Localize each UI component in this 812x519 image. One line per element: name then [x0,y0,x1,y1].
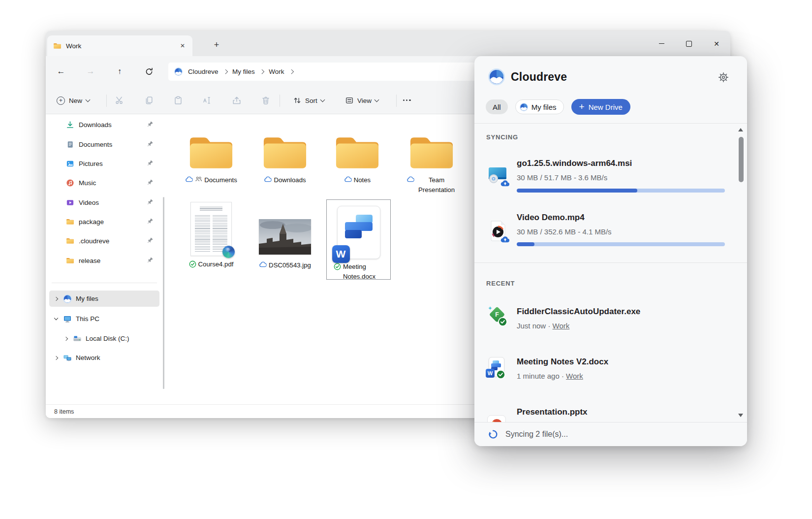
breadcrumb: Cloudreve My files Work [168,63,487,81]
minimize-button[interactable] [648,31,675,56]
minimize-icon [659,43,664,44]
item-count: 8 items [54,408,74,415]
folder-item-downloads[interactable]: Downloads [253,132,317,185]
filter-all-chip[interactable]: All [486,99,508,114]
synced-check-icon [496,370,505,379]
refresh-button[interactable] [141,63,157,80]
sidebar-item-my-files[interactable]: My files [49,291,159,307]
filter-my-files-chip[interactable]: My files [515,99,564,114]
shared-people-icon [195,176,202,182]
plus-circle-icon: + [57,97,65,105]
expand-chevron-icon[interactable] [49,357,63,359]
videos-icon [66,198,74,207]
scrollbar-down-icon[interactable] [738,414,743,417]
recent-item-name[interactable]: Presentation.pptx [517,407,588,417]
new-button[interactable]: + New [51,91,95,110]
ma ximize-button[interactable] [675,31,703,56]
tab-work[interactable]: Work ✕ [47,35,192,56]
pin-icon [146,237,154,244]
chevron-right-icon[interactable] [223,69,227,74]
pin-icon [146,121,154,128]
paste-icon[interactable] [173,96,183,105]
rename-icon[interactable] [202,96,212,105]
recent-item-location-link[interactable]: Work [566,372,583,380]
copy-icon[interactable] [144,96,154,105]
expand-chevron-icon[interactable] [59,337,73,340]
sidebar-item-downloads[interactable]: Downloads [49,116,159,133]
file-item-meeting-notes-docx-selected[interactable]: Meeting Notes.docx [326,199,391,280]
sidebar-item-label: Downloads [79,121,112,129]
network-icon [63,354,72,362]
folder-icon [260,132,310,171]
sidebar-item-release[interactable]: release [49,252,159,269]
chevron-right-icon[interactable] [289,69,293,74]
scrollbar-up-icon[interactable] [738,128,743,131]
computer-icon [63,315,72,324]
word-logo-icon [486,369,495,378]
sidebar-item-pictures[interactable]: Pictures [49,155,159,172]
collapse-chevron-icon[interactable] [49,318,63,320]
file-item-dsc05543-jpg[interactable]: DSC05543.jpg [253,219,317,270]
recent-item-location-link[interactable]: Work [553,322,570,330]
file-name: DSC05543.jpg [269,260,311,270]
sidebar-item-videos[interactable]: Videos [49,194,159,211]
sidebar-item-cloudreve[interactable]: .cloudreve [49,232,159,249]
refresh-icon [145,67,154,76]
breadcrumb-cloudreve[interactable]: Cloudreve [188,68,219,75]
recent-item-time: 1 minute ago [517,372,560,380]
sidebar-item-package[interactable]: package [49,213,159,230]
back-button[interactable]: ← [53,63,69,80]
view-button[interactable]: View [341,91,382,110]
share-icon[interactable] [232,96,242,105]
sync-item-name[interactable]: Video Demo.mp4 [517,213,585,223]
progress-fill [517,189,637,193]
syncing-section-label: SYNCING [486,133,518,141]
recent-item-name[interactable]: Meeting Notes V2.docx [517,357,608,367]
breadcrumb-my-files[interactable]: My files [232,68,255,75]
pictures-icon [66,160,74,168]
sidebar-item-documents[interactable]: Documents [49,136,159,153]
gear-icon[interactable] [718,71,729,83]
sidebar-item-label: Pictures [79,160,103,167]
folder-icon [66,257,74,264]
more-options-icon[interactable] [403,99,411,101]
new-tab-button[interactable]: + [209,37,224,52]
sidebar-item-label: Network [76,354,100,361]
installer-icon [487,165,508,186]
synced-check-icon [334,263,341,270]
sort-button[interactable]: Sort [289,91,328,110]
chevron-right-icon[interactable] [259,69,264,74]
sidebar-item-local-disk[interactable]: Local Disk (C:) [49,330,169,347]
forward-button[interactable]: → [82,63,99,80]
window-controls: ✕ [648,31,730,56]
folder-item-documents[interactable]: Documents [179,132,243,185]
sidebar-item-label: .cloudreve [79,237,109,245]
sidebar-scrollbar[interactable] [163,197,164,389]
sidebar-item-music[interactable]: Music [49,174,159,191]
expand-chevron-icon[interactable] [49,297,63,300]
close-button[interactable]: ✕ [703,31,730,56]
sync-item-progress-text: 30 MB / 352.6 MB - 4.1 MB/s [517,227,612,236]
folder-icon [407,132,456,171]
folder-item-notes[interactable]: Notes [325,132,389,185]
sidebar-item-label: package [79,218,104,226]
tab-close-icon[interactable]: ✕ [177,40,188,52]
new-drive-button[interactable]: + New Drive [571,99,630,115]
folder-item-team-presentation[interactable]: Team Presentation [400,132,464,195]
folder-icon [66,237,74,244]
filter-all-label: All [493,103,501,111]
photo-thumbnail [259,219,311,255]
sync-item-name[interactable]: go1.25.5.windows-arm64.msi [517,159,632,168]
chevron-down-icon [86,97,91,102]
cloud-status-icon [344,176,352,182]
breadcrumb-work[interactable]: Work [269,68,284,75]
cut-icon[interactable] [115,96,125,105]
file-item-course4-pdf[interactable]: Course4.pdf [179,202,243,269]
sidebar-item-this-pc[interactable]: This PC [49,311,159,327]
pin-icon [146,198,154,206]
recent-item-name[interactable]: FiddlerClassicAutoUpdater.exe [517,307,640,317]
up-button[interactable]: ↑ [111,63,128,80]
delete-icon[interactable] [261,96,271,105]
scrollbar-thumb[interactable] [739,137,744,182]
sidebar-item-network[interactable]: Network [49,350,159,366]
